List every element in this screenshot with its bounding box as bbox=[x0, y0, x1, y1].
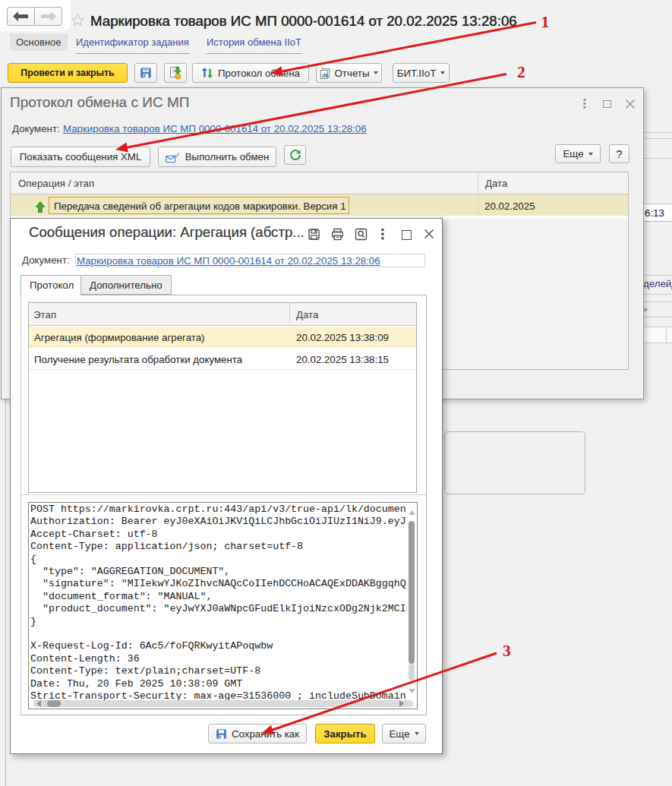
svg-text:3: 3 bbox=[503, 642, 511, 660]
svg-text:1: 1 bbox=[541, 13, 550, 31]
svg-text:2: 2 bbox=[517, 63, 525, 81]
